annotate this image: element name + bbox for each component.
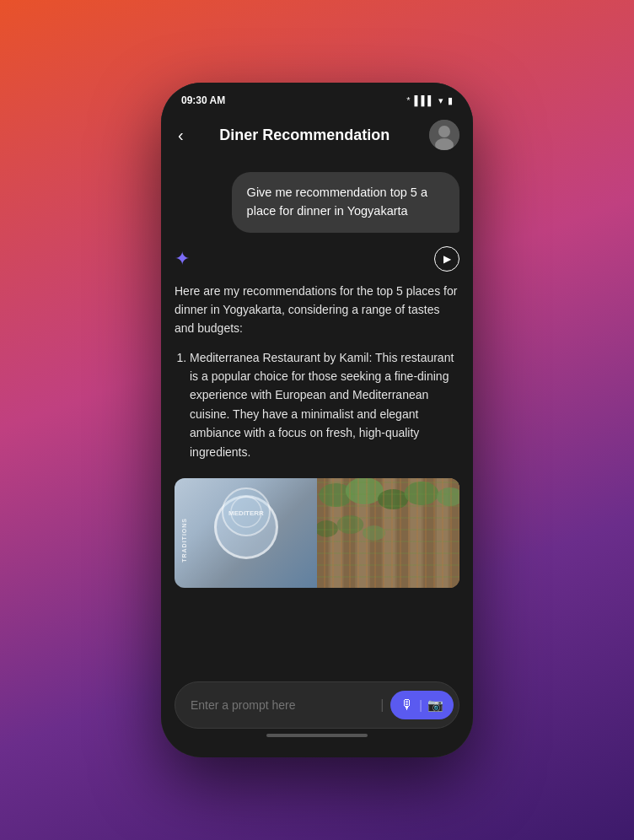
status-bar: 09:30 AM * ▌▌▌ ▾ ▮ (161, 83, 473, 111)
ai-intro-text: Here are my recommendations for the top … (175, 282, 459, 338)
svg-rect-8 (330, 478, 342, 588)
svg-rect-16 (437, 478, 449, 588)
svg-point-23 (317, 520, 338, 537)
bluetooth-icon: * (406, 95, 410, 105)
home-indicator (266, 734, 368, 737)
signal-icon: ▌▌▌ (415, 95, 434, 105)
prompt-input[interactable] (191, 698, 373, 712)
user-message-text: Give me recommendation top 5 a place for… (247, 186, 427, 218)
svg-rect-15 (423, 478, 435, 588)
wifi-icon: ▾ (438, 95, 443, 106)
svg-point-19 (346, 478, 384, 504)
svg-rect-9 (344, 478, 356, 588)
status-time: 09:30 AM (181, 94, 225, 106)
svg-rect-7 (317, 478, 329, 588)
svg-rect-11 (370, 478, 382, 588)
input-row: | 🎙 | 📷 (175, 681, 459, 729)
mic-icon[interactable]: 🎙 (400, 697, 414, 713)
phone-frame: 09:30 AM * ▌▌▌ ▾ ▮ ‹ Diner Recommendatio… (161, 83, 473, 757)
back-button[interactable]: ‹ (175, 123, 187, 147)
ai-response: ✦ ▶ Here are my recommendations for the … (175, 246, 459, 589)
svg-point-20 (378, 489, 408, 509)
svg-text:MEDITERR: MEDITERR (228, 509, 264, 517)
restaurant-image: MEDITERR (175, 478, 459, 588)
status-icons: * ▌▌▌ ▾ ▮ (406, 95, 453, 106)
svg-rect-12 (384, 478, 395, 588)
svg-point-25 (363, 525, 385, 541)
chat-area: Give me recommendation top 5 a place for… (161, 159, 473, 671)
svg-rect-17 (450, 478, 459, 588)
camera-icon[interactable]: 📷 (427, 697, 443, 713)
input-action-group[interactable]: 🎙 | 📷 (390, 691, 454, 719)
svg-point-24 (337, 515, 364, 534)
svg-point-1 (438, 126, 450, 137)
svg-point-21 (405, 482, 439, 505)
svg-rect-10 (357, 478, 368, 588)
input-area: | 🎙 | 📷 (161, 671, 473, 757)
restaurant-image-right (317, 478, 459, 588)
ai-star-icon: ✦ (175, 248, 190, 270)
list-item-text: Mediterranea Restaurant by Kamil: This r… (190, 351, 454, 459)
battery-icon: ▮ (448, 95, 453, 106)
action-separator: | (419, 698, 422, 712)
list-item: Mediterranea Restaurant by Kamil: This r… (190, 348, 459, 461)
avatar[interactable] (429, 120, 459, 150)
svg-rect-6 (317, 478, 459, 588)
svg-rect-14 (410, 478, 422, 588)
restaurant-image-left: MEDITERR (175, 478, 317, 588)
play-button[interactable]: ▶ (434, 246, 459, 272)
svg-rect-13 (397, 478, 409, 588)
page-title: Diner Recommendation (196, 127, 414, 144)
svg-point-22 (437, 487, 459, 506)
ai-list: Mediterranea Restaurant by Kamil: This r… (175, 348, 459, 468)
svg-point-18 (319, 483, 353, 507)
input-divider: | (380, 697, 384, 713)
user-message: Give me recommendation top 5 a place for… (232, 172, 459, 233)
nav-bar: ‹ Diner Recommendation (161, 111, 473, 159)
ai-header: ✦ ▶ (175, 246, 459, 272)
